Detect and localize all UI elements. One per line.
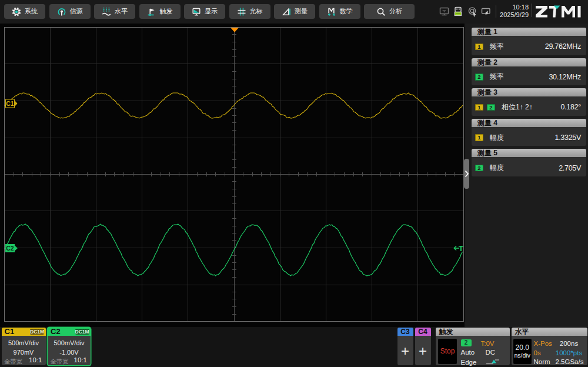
svg-text:C2: C2 — [6, 245, 14, 252]
svg-text:T: T — [459, 244, 463, 253]
svg-text:C1: C1 — [6, 100, 14, 107]
